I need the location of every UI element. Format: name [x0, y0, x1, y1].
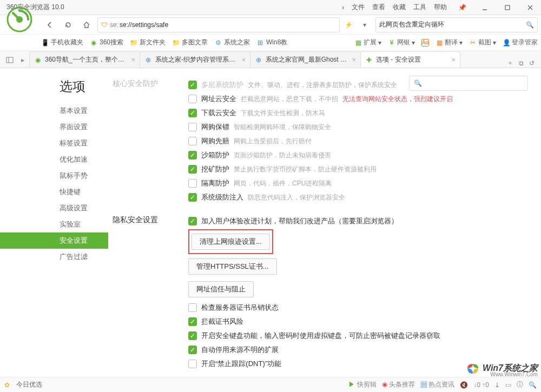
- tab-restore-icon[interactable]: ↺: [529, 59, 535, 67]
- checkbox-label: 沙箱防护: [201, 150, 229, 160]
- tab-2[interactable]: ⊕系统之家官网_最新Ghost X…×: [250, 51, 361, 68]
- search-box[interactable]: 🔍: [375, 17, 538, 32]
- core-row-7[interactable]: 隔离防护 网页，代码，插件，CPU进程隔离: [188, 176, 528, 190]
- menu-file[interactable]: 文件: [352, 3, 365, 12]
- sidebar-item-3[interactable]: 优化加速: [0, 151, 108, 168]
- checkbox-icon[interactable]: [188, 360, 197, 368]
- core-row-4[interactable]: 网购先赔 网购上当受损后，先行赔付: [188, 134, 528, 148]
- tab-strip: ▸ ◉360导航_一个主页，整个世…× ⊕系统之家-织梦内容管理系统…× ⊕系统…: [0, 51, 541, 68]
- menu-view[interactable]: 查看: [372, 3, 385, 12]
- privacy-row-1[interactable]: 拦截证书风险: [188, 315, 528, 329]
- status-hot[interactable]: ▦ 热点资讯: [420, 380, 454, 389]
- status-star-icon[interactable]: ✿: [4, 381, 10, 389]
- tab-1[interactable]: ⊕系统之家-织梦内容管理系统…×: [140, 51, 250, 68]
- tab-copy-icon[interactable]: ⧉: [519, 59, 524, 67]
- status-headline[interactable]: ◉ 头条推荐: [382, 380, 415, 389]
- menu-fav[interactable]: 收藏: [393, 3, 406, 12]
- privacy-button-1[interactable]: 管理HTTPS/SSL证书...: [188, 258, 277, 275]
- tab-3[interactable]: ✚选项 - 安全设置×: [360, 51, 460, 68]
- sidebar-item-2[interactable]: 标签设置: [0, 135, 108, 151]
- checkbox-icon[interactable]: [188, 123, 197, 131]
- sidebar-item-6[interactable]: 高级设置: [0, 200, 108, 216]
- status-clip[interactable]: ▶ 快剪辑: [348, 380, 376, 389]
- checkbox-icon[interactable]: [188, 217, 197, 225]
- sidebar-item-4[interactable]: 鼠标手势: [0, 168, 108, 184]
- privacy-button-0[interactable]: 清理上网痕迹设置...: [192, 234, 270, 250]
- sidebar-item-9[interactable]: 广告过滤: [0, 249, 108, 265]
- ext-aa[interactable]: Aa: [421, 39, 429, 46]
- bookmark-360search[interactable]: ◉360搜索: [90, 38, 123, 47]
- tab-close-icon[interactable]: ×: [131, 56, 135, 64]
- checkbox-icon[interactable]: [188, 137, 197, 145]
- status-mute-icon[interactable]: 🔇: [460, 381, 468, 389]
- tab-close-icon[interactable]: ×: [352, 56, 356, 64]
- checkbox-icon[interactable]: [188, 109, 197, 117]
- search-input[interactable]: [379, 21, 526, 29]
- url-input[interactable]: [120, 21, 336, 29]
- checkbox-icon[interactable]: [188, 81, 197, 89]
- checkbox-icon[interactable]: [188, 193, 197, 202]
- bookmark-system[interactable]: ⚙系统之家: [214, 38, 250, 47]
- bookmark-newfolder[interactable]: 📁新文件夹: [130, 38, 166, 47]
- sidebar-item-5[interactable]: 快捷键: [0, 184, 108, 200]
- core-row-6[interactable]: 挖矿防护 禁止执行数字货币挖矿脚本，防止硬件资源被利用: [188, 162, 528, 176]
- bookmark-multipic[interactable]: 📁多图文章: [172, 38, 208, 47]
- options-search[interactable]: 🔍: [409, 76, 528, 91]
- maximize-button[interactable]: [500, 2, 515, 13]
- privacy-row-2[interactable]: 开启安全键盘功能，输入密码时使用虚拟键盘，可防止密码被键盘记录器窃取: [188, 329, 528, 343]
- core-row-2[interactable]: 下载云安全 下载文件安全性检测，防木马: [188, 106, 528, 120]
- privacy-top-checkbox[interactable]: 加入用户体验改进计划，帮助我们改进产品（需要重启浏览器）: [188, 214, 528, 228]
- reload-button[interactable]: [61, 17, 76, 32]
- checkbox-icon[interactable]: [188, 303, 197, 312]
- status-pip-icon[interactable]: ▭: [505, 381, 511, 389]
- privacy-row-0[interactable]: 检查服务器证书吊销状态: [188, 301, 528, 315]
- menu-tools[interactable]: 工具: [413, 3, 426, 12]
- checkbox-icon[interactable]: [188, 346, 197, 354]
- checkbox-icon[interactable]: [188, 165, 197, 174]
- tab-history-icon[interactable]: ▸: [16, 52, 29, 68]
- ext-translate[interactable]: ▦翻译▾: [436, 38, 463, 47]
- tab-0[interactable]: ◉360导航_一个主页，整个世…×: [29, 51, 140, 68]
- menu-help[interactable]: 帮助: [434, 3, 447, 12]
- watermark: Win7系统之家 Www.Winwin7.Com: [465, 361, 538, 376]
- close-button[interactable]: [523, 2, 538, 13]
- bookmark-win8[interactable]: ⊞Win8教: [256, 38, 287, 47]
- sidebar-item-7[interactable]: 实验室: [0, 216, 108, 232]
- dropdown-icon[interactable]: ▾: [357, 17, 372, 32]
- status-today[interactable]: 今日优选: [16, 380, 42, 389]
- sidebar-item-0[interactable]: 基本设置: [0, 103, 108, 119]
- new-tab-button[interactable]: ＋: [507, 58, 513, 68]
- tab-close-icon[interactable]: ×: [451, 56, 456, 64]
- ext-bank[interactable]: ¥网银▾: [388, 38, 415, 47]
- ext-login[interactable]: 👤登录管家: [503, 38, 538, 47]
- sidebar-item-1[interactable]: 界面设置: [0, 119, 108, 135]
- ext-screenshot[interactable]: ✂截图▾: [469, 38, 496, 47]
- core-row-5[interactable]: 沙箱防护 页面沙箱防护，防止未知病毒侵害: [188, 148, 528, 162]
- checkbox-icon[interactable]: [188, 179, 197, 188]
- tab-close-icon[interactable]: ×: [241, 56, 246, 64]
- ext-extensions[interactable]: ▦扩展▾: [354, 38, 381, 47]
- privacy-button-2[interactable]: 网址信任与阻止: [188, 281, 254, 297]
- minimize-button[interactable]: [477, 2, 492, 13]
- bolt-icon[interactable]: ⚡: [343, 21, 354, 29]
- checkbox-icon[interactable]: [188, 151, 197, 160]
- menu-right-arrow[interactable]: ›: [342, 4, 344, 11]
- checkbox-icon[interactable]: [188, 95, 197, 103]
- address-bar[interactable]: 🛡 se:: [97, 17, 340, 32]
- checkbox-icon[interactable]: [188, 331, 197, 340]
- tab-sidebar-icon[interactable]: [3, 52, 16, 68]
- pin-icon[interactable]: 📌: [454, 2, 470, 13]
- privacy-row-3[interactable]: 自动停用来源不明的扩展: [188, 343, 528, 357]
- status-download-icon[interactable]: ⤓: [494, 381, 500, 389]
- home-button[interactable]: [79, 17, 94, 32]
- search-icon[interactable]: 🔍: [526, 21, 534, 29]
- back-button[interactable]: [42, 17, 57, 32]
- status-speed-icon[interactable]: ⓘ: [517, 380, 523, 389]
- sidebar-item-8[interactable]: 安全设置: [0, 232, 108, 249]
- core-row-3[interactable]: 网购保镖 智能检测网购环境，保障购物安全: [188, 120, 528, 134]
- checkbox-icon[interactable]: [188, 317, 197, 326]
- bookmark-mobile[interactable]: 📱手机收藏夹: [41, 38, 83, 47]
- status-zoom-icon[interactable]: 🔍: [529, 381, 537, 389]
- core-row-8[interactable]: 系统级防注入 防恶意代码注入，保护浏览器安全: [188, 190, 528, 204]
- core-row-1[interactable]: 网址云安全 拦截恶意网站，恶意下载，不中招 无法查询网站安全状态，强烈建议开启: [188, 92, 528, 106]
